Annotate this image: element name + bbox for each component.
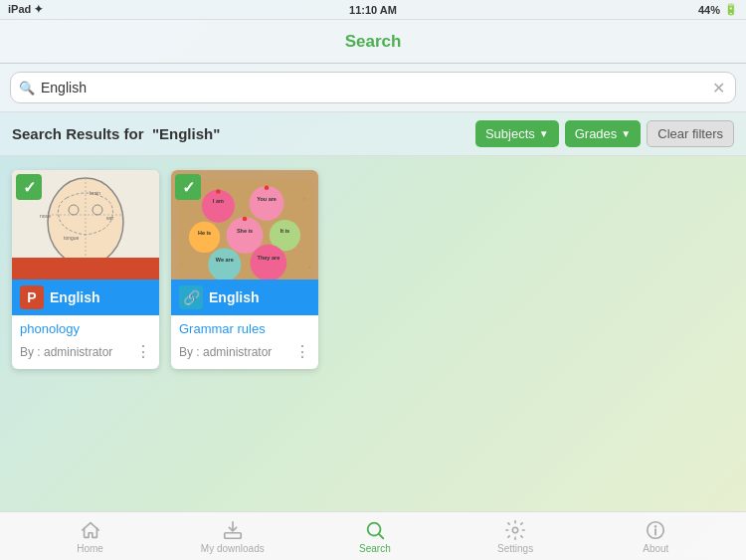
svg-point-29 — [251, 245, 287, 280]
status-right: 44% 🔋 — [698, 3, 738, 16]
battery-label: 44% — [698, 4, 720, 16]
svg-text:They are: They are — [258, 255, 280, 261]
card-1-type-icon: P — [20, 285, 44, 309]
search-clear-icon[interactable]: ✕ — [710, 79, 727, 97]
svg-text:She is: She is — [237, 228, 253, 234]
svg-text:tongue: tongue — [64, 235, 80, 241]
results-header: Search Results for "English" Subjects ▼ … — [0, 112, 746, 156]
svg-text:I am: I am — [213, 198, 224, 204]
card-1[interactable]: ✓ tongue brain — [12, 170, 159, 369]
svg-text:He is: He is — [198, 230, 211, 236]
status-bar: iPad ✦ 11:10 AM 44% 🔋 — [0, 0, 746, 20]
device-label: iPad ✦ — [8, 3, 43, 16]
main-content: ✓ tongue brain — [0, 156, 746, 511]
card-2-subtitle[interactable]: Grammar rules — [179, 321, 310, 336]
filter-buttons: Subjects ▼ Grades ▼ Clear filters — [475, 120, 734, 147]
results-title: Search Results for "English" — [12, 125, 220, 142]
tab-about[interactable]: About — [626, 519, 685, 554]
subjects-chevron-icon: ▼ — [539, 128, 549, 139]
card-1-more-icon[interactable]: ⋮ — [135, 342, 151, 361]
clear-filters-button[interactable]: Clear filters — [647, 120, 734, 147]
results-prefix: Search Results for — [12, 125, 144, 142]
nav-bar: Search — [0, 20, 746, 64]
grades-label: Grades — [575, 126, 618, 141]
card-1-author: By : administrator — [20, 345, 112, 359]
svg-text:You are: You are — [257, 196, 277, 202]
card-2[interactable]: ✓ I am You are — [171, 170, 318, 369]
tab-search-label: Search — [359, 543, 391, 554]
svg-text:brain: brain — [90, 190, 100, 196]
status-time: 11:10 AM — [349, 4, 397, 16]
svg-text:nose: nose — [40, 213, 51, 219]
svg-text:It is: It is — [280, 228, 289, 234]
battery-icon: 🔋 — [724, 3, 738, 16]
card-1-label-bar: P English — [12, 280, 159, 315]
tab-about-label: About — [643, 543, 668, 554]
tab-mydownloads[interactable]: My downloads — [201, 519, 265, 554]
svg-point-27 — [208, 248, 241, 280]
nav-title: Search — [345, 32, 402, 52]
subjects-button[interactable]: Subjects ▼ — [475, 120, 559, 147]
svg-point-14 — [303, 197, 306, 200]
search-bar: 🔍 ✕ — [10, 72, 736, 103]
card-1-thumbnail: ✓ tongue brain — [12, 170, 159, 280]
card-2-checkmark: ✓ — [175, 174, 201, 200]
about-icon — [645, 519, 666, 541]
clear-filters-label: Clear filters — [657, 126, 723, 141]
card-1-checkmark: ✓ — [16, 174, 42, 200]
svg-rect-34 — [225, 532, 242, 538]
settings-icon — [504, 519, 526, 541]
svg-text:ear: ear — [106, 215, 114, 221]
card-1-subtitle[interactable]: phonology — [20, 321, 151, 336]
tab-settings-label: Settings — [497, 543, 533, 554]
status-left: iPad ✦ — [8, 3, 43, 16]
grades-button[interactable]: Grades ▼ — [565, 120, 642, 147]
card-2-type-icon: 🔗 — [179, 285, 203, 309]
tab-home-label: Home — [77, 543, 103, 554]
tab-settings[interactable]: Settings — [485, 519, 545, 554]
card-2-label-text: English — [209, 289, 260, 305]
tab-home[interactable]: Home — [61, 519, 120, 554]
download-icon — [222, 519, 244, 541]
search-tab-icon — [364, 519, 386, 541]
svg-point-19 — [250, 186, 284, 221]
svg-point-21 — [189, 222, 220, 253]
card-1-label-text: English — [50, 289, 100, 305]
card-2-author: By : administrator — [179, 345, 272, 359]
svg-point-33 — [243, 217, 248, 222]
tab-search[interactable]: Search — [345, 519, 405, 554]
tab-mydownloads-label: My downloads — [201, 543, 265, 554]
subjects-label: Subjects — [485, 126, 535, 141]
svg-point-13 — [204, 187, 206, 189]
card-2-label-bar: 🔗 English — [171, 280, 318, 315]
svg-point-15 — [181, 262, 183, 264]
results-query: "English" — [152, 125, 220, 142]
search-icon: 🔍 — [19, 81, 35, 95]
svg-point-31 — [216, 189, 221, 194]
svg-point-32 — [265, 186, 270, 191]
svg-rect-10 — [12, 258, 159, 280]
svg-point-16 — [308, 266, 311, 269]
svg-point-36 — [512, 527, 518, 533]
svg-point-17 — [202, 190, 235, 223]
grades-chevron-icon: ▼ — [621, 128, 631, 139]
card-2-info: Grammar rules By : administrator ⋮ — [171, 315, 318, 369]
home-icon — [80, 519, 101, 541]
svg-text:We are: We are — [216, 257, 234, 263]
tab-bar: Home My downloads Search Settings About — [0, 511, 746, 560]
search-bar-container: 🔍 ✕ — [0, 64, 746, 112]
search-input[interactable] — [41, 80, 710, 95]
card-1-info: phonology By : administrator ⋮ — [12, 315, 159, 369]
card-2-thumbnail: ✓ I am You are — [171, 170, 318, 280]
card-2-more-icon[interactable]: ⋮ — [294, 342, 310, 361]
svg-point-38 — [654, 525, 656, 527]
card-1-meta: By : administrator ⋮ — [20, 340, 151, 367]
card-2-meta: By : administrator ⋮ — [179, 340, 310, 367]
